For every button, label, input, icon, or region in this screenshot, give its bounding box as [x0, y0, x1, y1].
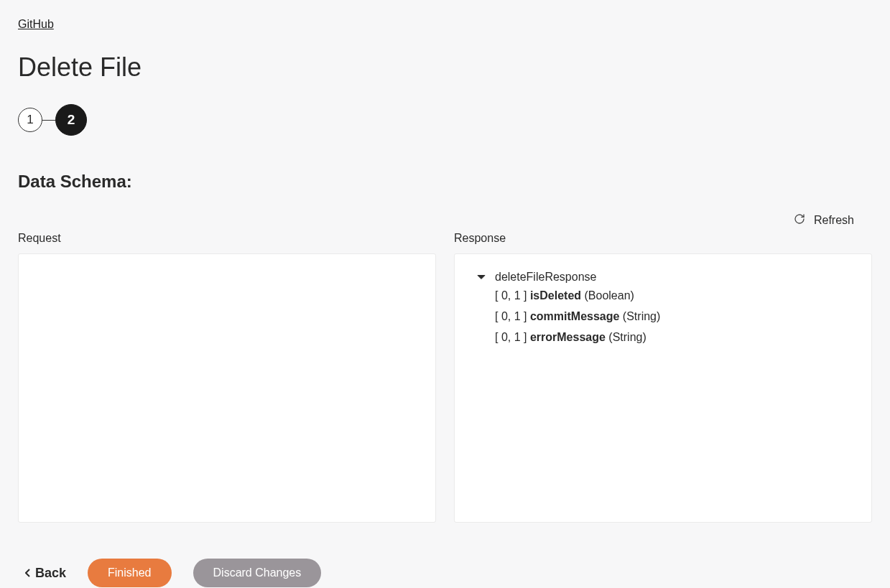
field-name: errorMessage [530, 331, 606, 343]
response-field-row: [ 0, 1 ] commitMessage (String) [476, 307, 850, 327]
response-root-row[interactable]: deleteFileResponse [476, 269, 850, 286]
field-type: (Boolean) [581, 289, 634, 302]
step-connector [42, 120, 55, 121]
request-label: Request [18, 232, 436, 245]
response-panel: deleteFileResponse [ 0, 1 ] isDeleted (B… [454, 253, 872, 523]
refresh-icon [794, 213, 805, 228]
step-2[interactable]: 2 [55, 104, 87, 136]
breadcrumb-link[interactable]: GitHub [18, 18, 54, 30]
field-cardinality: [ 0, 1 ] [495, 289, 530, 302]
field-name: commitMessage [530, 310, 620, 322]
finished-button[interactable]: Finished [88, 559, 171, 587]
step-1[interactable]: 1 [18, 108, 42, 132]
data-schema-heading: Data Schema: [18, 172, 872, 192]
response-field-row: [ 0, 1 ] isDeleted (Boolean) [476, 286, 850, 307]
field-type: (String) [619, 310, 660, 322]
stepper: 1 2 [18, 104, 872, 136]
field-name: isDeleted [530, 289, 581, 302]
page-title: Delete File [18, 52, 872, 83]
chevron-left-icon [25, 569, 31, 577]
chevron-down-icon [476, 273, 486, 281]
back-button[interactable]: Back [25, 566, 66, 581]
response-field-row: [ 0, 1 ] errorMessage (String) [476, 327, 850, 348]
discard-changes-button[interactable]: Discard Changes [193, 559, 322, 587]
response-label: Response [454, 232, 872, 245]
refresh-button[interactable]: Refresh [794, 213, 854, 228]
field-cardinality: [ 0, 1 ] [495, 310, 530, 322]
response-root-name: deleteFileResponse [495, 271, 596, 284]
refresh-label: Refresh [814, 214, 854, 227]
back-label: Back [35, 566, 66, 581]
request-panel [18, 253, 436, 523]
field-type: (String) [606, 331, 646, 343]
field-cardinality: [ 0, 1 ] [495, 331, 530, 343]
